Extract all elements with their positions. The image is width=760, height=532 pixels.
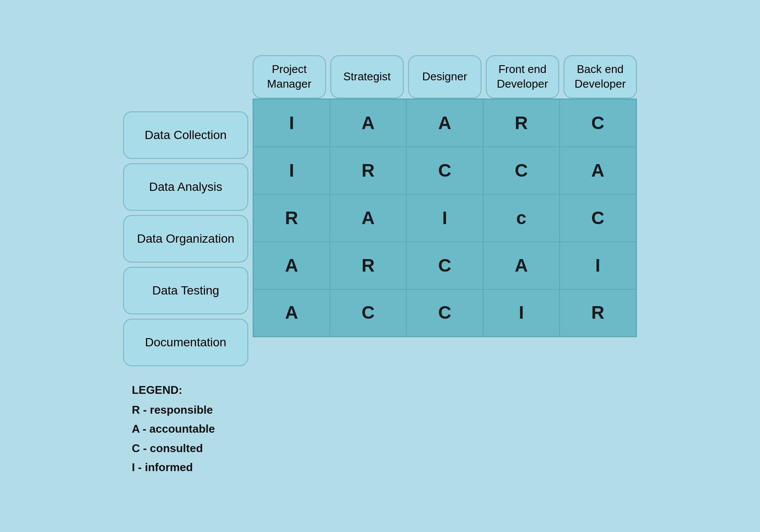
cell-data-analysis-designer: C (406, 147, 483, 194)
cell-data-analysis-back-end-developer: A (560, 147, 636, 194)
cell-documentation-designer: C (406, 289, 483, 337)
cell-data-organization-designer: I (406, 194, 483, 242)
cell-data-collection-project-manager: I (253, 99, 329, 147)
main-container: Data CollectionData AnalysisData Organiz… (106, 38, 654, 494)
cell-documentation-back-end-developer: R (560, 289, 636, 337)
cell-data-collection-front-end-developer: R (483, 99, 560, 147)
cell-data-organization-project-manager: R (253, 194, 329, 242)
table-row: IRCCA (253, 147, 636, 194)
col-header-front-end-developer: Front end Developer (486, 55, 559, 98)
table-row: RAIcC (253, 194, 636, 242)
row-label-data-analysis: Data Analysis (123, 163, 248, 211)
cell-data-testing-designer: C (406, 242, 483, 289)
cell-data-testing-back-end-developer: I (560, 242, 636, 289)
table-row: ACCIR (253, 289, 636, 337)
legend-title: LEGEND: (132, 383, 215, 397)
cell-documentation-strategist: C (330, 289, 406, 337)
legend-item: I - informed (132, 458, 215, 477)
row-label-data-testing: Data Testing (123, 267, 248, 314)
legend-item: C - consulted (132, 439, 215, 458)
cell-data-organization-strategist: A (330, 194, 406, 242)
table-row: ARCAI (253, 242, 636, 289)
col-header-strategist: Strategist (330, 55, 404, 98)
legend-items: R - responsibleA - accountableC - consul… (132, 400, 215, 477)
cell-data-testing-project-manager: A (253, 242, 329, 289)
cell-data-collection-designer: A (406, 99, 483, 147)
cell-data-analysis-front-end-developer: C (483, 147, 560, 194)
legend-section: LEGEND: R - responsibleA - accountableC … (127, 383, 215, 477)
legend-item: A - accountable (132, 419, 215, 438)
cell-data-collection-strategist: A (330, 99, 406, 147)
content-area: Data CollectionData AnalysisData Organiz… (123, 55, 637, 370)
cell-data-analysis-strategist: R (330, 147, 406, 194)
row-label-documentation: Documentation (123, 319, 248, 366)
row-label-data-organization: Data Organization (123, 215, 248, 263)
col-header-project-manager: Project Manager (253, 55, 326, 98)
row-labels: Data CollectionData AnalysisData Organiz… (123, 55, 248, 370)
col-header-designer: Designer (408, 55, 481, 98)
cell-data-organization-back-end-developer: C (560, 194, 636, 242)
cell-data-testing-front-end-developer: A (483, 242, 560, 289)
cell-data-organization-front-end-developer: c (483, 194, 560, 242)
cell-data-collection-back-end-developer: C (560, 99, 636, 147)
cell-data-analysis-project-manager: I (253, 147, 329, 194)
row-label-data-collection: Data Collection (123, 111, 248, 159)
legend-item: R - responsible (132, 400, 215, 419)
column-headers: Project ManagerStrategistDesignerFront e… (253, 55, 637, 98)
cell-data-testing-strategist: R (330, 242, 406, 289)
table-section: Project ManagerStrategistDesignerFront e… (253, 55, 637, 337)
table-row: IAARC (253, 99, 636, 147)
cell-documentation-project-manager: A (253, 289, 329, 337)
col-header-back-end-developer: Back end Developer (564, 55, 637, 98)
cell-documentation-front-end-developer: I (483, 289, 560, 337)
raci-grid: IAARCIRCCARAIcCARCAIACCIR (253, 98, 637, 337)
